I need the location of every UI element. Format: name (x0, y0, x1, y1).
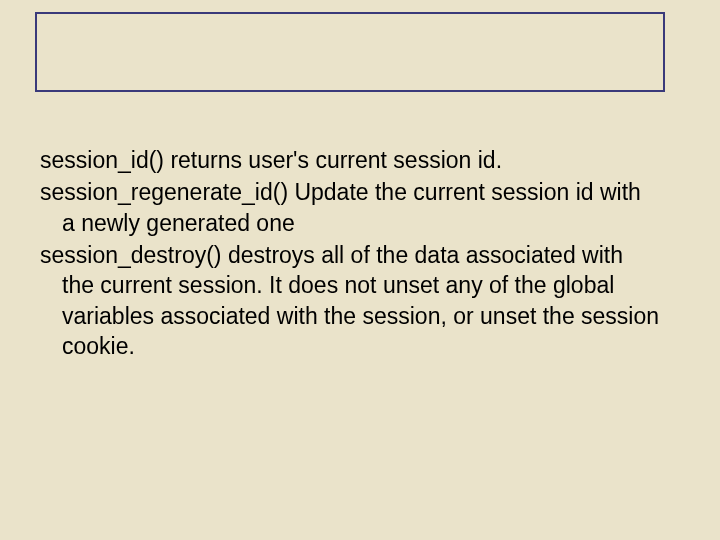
paragraph-2: session_regenerate_id() Update the curre… (40, 177, 660, 238)
slide-content: session_id() returns user's current sess… (40, 145, 660, 364)
title-frame (35, 12, 665, 92)
paragraph-3: session_destroy() destroys all of the da… (40, 240, 660, 361)
paragraph-1: session_id() returns user's current sess… (40, 145, 660, 175)
